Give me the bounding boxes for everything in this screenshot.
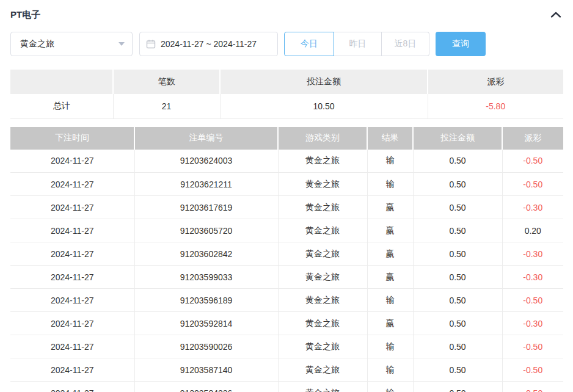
cell-payout: -0.50: [502, 173, 563, 196]
chevron-up-icon: [550, 11, 561, 18]
table-row: 2024-11-2791203621211黄金之旅输0.50-0.50: [10, 173, 563, 196]
cell-result: 赢: [367, 266, 413, 289]
cell-payout: -0.50: [502, 335, 563, 358]
bet-records-table: 下注时间 注单编号 游戏类别 结果 投注金额 派彩 2024-11-279120…: [10, 127, 563, 392]
table-row: 2024-11-2791203596189黄金之旅输0.50-0.50: [10, 289, 563, 312]
cell-bet-time: 2024-11-27: [10, 266, 134, 289]
summary-header-payout: 派彩: [428, 70, 563, 94]
chevron-down-icon: [119, 42, 125, 46]
cell-result: 赢: [367, 196, 413, 219]
quick-range-yesterday[interactable]: 昨日: [334, 32, 382, 56]
cell-game-type: 黄金之旅: [278, 173, 367, 196]
summary-total-payout: -5.80: [428, 94, 563, 118]
header-game-type: 游戏类别: [278, 127, 367, 150]
cell-bet-amount: 0.50: [413, 289, 502, 312]
cell-bet-time: 2024-11-27: [10, 312, 134, 335]
collapse-button[interactable]: [549, 7, 563, 22]
cell-game-type: 黄金之旅: [278, 242, 367, 266]
cell-bet-amount: 0.50: [413, 382, 502, 392]
cell-game-type: 黄金之旅: [278, 382, 367, 392]
cell-payout: 0.20: [502, 219, 563, 242]
header-bet-id: 注单编号: [134, 127, 278, 150]
date-range-picker[interactable]: 2024-11-27 ~ 2024-11-27: [139, 32, 278, 56]
cell-result: 赢: [367, 242, 413, 266]
cell-game-type: 黄金之旅: [278, 196, 367, 219]
cell-bet-amount: 0.50: [413, 266, 502, 289]
summary-table: 笔数 投注金额 派彩 总计 21 10.50 -5.80: [10, 70, 563, 119]
header-result: 结果: [367, 127, 413, 150]
game-select-value: 黄金之旅: [20, 38, 54, 49]
table-row: 2024-11-2791203599033黄金之旅赢0.50-0.30: [10, 266, 563, 289]
cell-bet-amount: 0.50: [413, 242, 502, 266]
cell-bet-time: 2024-11-27: [10, 196, 134, 219]
cell-payout: -0.30: [502, 266, 563, 289]
cell-bet-time: 2024-11-27: [10, 242, 134, 266]
table-row: 2024-11-2791203617619黄金之旅赢0.50-0.30: [10, 196, 563, 219]
cell-result: 输: [367, 358, 413, 382]
panel-header: PT电子: [10, 7, 563, 22]
cell-payout: -0.30: [502, 312, 563, 335]
cell-result: 输: [367, 382, 413, 392]
cell-bet-time: 2024-11-27: [10, 382, 134, 392]
cell-bet-amount: 0.50: [413, 173, 502, 196]
table-row: 2024-11-2791203624003黄金之旅输0.50-0.50: [10, 150, 563, 173]
cell-bet-id: 91203605720: [134, 219, 278, 242]
filter-bar: 黄金之旅 2024-11-27 ~ 2024-11-27 今日 昨日 近8日 查…: [10, 32, 563, 56]
cell-game-type: 黄金之旅: [278, 312, 367, 335]
cell-game-type: 黄金之旅: [278, 358, 367, 382]
table-row: 2024-11-2791203605720黄金之旅赢0.500.20: [10, 219, 563, 242]
cell-bet-id: 91203587140: [134, 358, 278, 382]
cell-bet-id: 91203584236: [134, 382, 278, 392]
summary-total-label: 总计: [10, 94, 113, 118]
cell-bet-id: 91203617619: [134, 196, 278, 219]
cell-payout: -0.50: [502, 289, 563, 312]
table-row: 2024-11-2791203587140黄金之旅输0.50-0.50: [10, 358, 563, 382]
cell-bet-id: 91203599033: [134, 266, 278, 289]
cell-bet-time: 2024-11-27: [10, 358, 134, 382]
cell-bet-time: 2024-11-27: [10, 150, 134, 173]
cell-payout: -0.50: [502, 382, 563, 392]
cell-game-type: 黄金之旅: [278, 289, 367, 312]
summary-header-count: 笔数: [113, 70, 220, 94]
game-select[interactable]: 黄金之旅: [10, 32, 133, 56]
cell-result: 赢: [367, 219, 413, 242]
cell-payout: -0.50: [502, 150, 563, 173]
cell-bet-amount: 0.50: [413, 312, 502, 335]
cell-bet-amount: 0.50: [413, 196, 502, 219]
cell-bet-time: 2024-11-27: [10, 173, 134, 196]
summary-total-count: 21: [113, 94, 220, 118]
summary-total-row: 总计 21 10.50 -5.80: [10, 94, 563, 118]
pt-games-panel: PT电子 黄金之旅 2024-11-27 ~ 2024-11-27 今日 昨日 …: [0, 0, 573, 392]
cell-bet-time: 2024-11-27: [10, 219, 134, 242]
quick-range-last8days[interactable]: 近8日: [382, 32, 429, 56]
header-bet-amount: 投注金额: [413, 127, 502, 150]
cell-game-type: 黄金之旅: [278, 335, 367, 358]
quick-range-today[interactable]: 今日: [284, 32, 334, 56]
query-button[interactable]: 查询: [436, 32, 486, 56]
cell-bet-amount: 0.50: [413, 219, 502, 242]
cell-bet-id: 91203596189: [134, 289, 278, 312]
summary-header-bet-amount: 投注金额: [220, 70, 428, 94]
cell-result: 赢: [367, 312, 413, 335]
cell-bet-amount: 0.50: [413, 150, 502, 173]
table-row: 2024-11-2791203592814黄金之旅赢0.50-0.30: [10, 312, 563, 335]
table-body: 2024-11-2791203624003黄金之旅输0.50-0.502024-…: [10, 150, 563, 392]
calendar-icon: [146, 39, 156, 49]
cell-bet-id: 91203624003: [134, 150, 278, 173]
header-bet-time: 下注时间: [10, 127, 134, 150]
date-range-value: 2024-11-27 ~ 2024-11-27: [161, 39, 257, 49]
summary-header-blank: [10, 70, 113, 94]
cell-game-type: 黄金之旅: [278, 266, 367, 289]
table-header-row: 下注时间 注单编号 游戏类别 结果 投注金额 派彩: [10, 127, 563, 150]
cell-bet-id: 91203621211: [134, 173, 278, 196]
cell-result: 输: [367, 150, 413, 173]
cell-game-type: 黄金之旅: [278, 150, 367, 173]
cell-payout: -0.30: [502, 196, 563, 219]
cell-bet-id: 91203592814: [134, 312, 278, 335]
cell-bet-id: 91203602842: [134, 242, 278, 266]
cell-bet-time: 2024-11-27: [10, 289, 134, 312]
cell-result: 输: [367, 173, 413, 196]
cell-bet-id: 91203590026: [134, 335, 278, 358]
cell-result: 输: [367, 335, 413, 358]
summary-header-row: 笔数 投注金额 派彩: [10, 70, 563, 94]
